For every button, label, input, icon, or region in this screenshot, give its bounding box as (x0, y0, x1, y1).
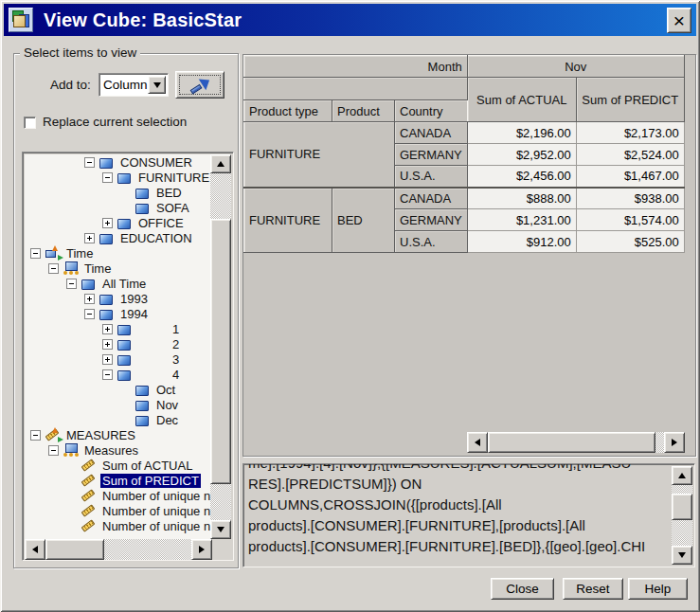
tree-item-4[interactable]: 4 (25, 367, 212, 382)
close-window-button[interactable]: × (667, 8, 691, 33)
member-icon (117, 352, 134, 367)
expand-toggle[interactable] (84, 233, 95, 243)
tree-item-all-time[interactable]: All Time (25, 276, 212, 291)
tree-item-measures[interactable]: MEASURES (25, 427, 212, 442)
collapse-toggle[interactable] (102, 172, 113, 183)
country-cell: U.S.A. (395, 166, 468, 188)
horizontal-scroll-thumb[interactable] (488, 432, 655, 453)
tree-item-3[interactable]: 3 (25, 351, 212, 367)
tree-vertical-scrollbar[interactable] (210, 154, 231, 539)
combobox-value: Column (103, 78, 148, 92)
collapse-toggle[interactable] (30, 248, 41, 259)
expand-toggle[interactable] (102, 218, 113, 228)
table-row: Sum of ACTUALSum of PREDICT (244, 78, 685, 100)
add-to-view-button[interactable] (175, 71, 224, 99)
expand-toggle[interactable] (102, 354, 113, 365)
mdx-query-box[interactable]: me].[1994].[4].[Nov]},{[MEASURES].[ACTUA… (242, 463, 695, 567)
scroll-left-button[interactable] (467, 432, 488, 453)
replace-selection-checkbox[interactable] (24, 117, 36, 129)
add-to-combobox[interactable]: Column (99, 73, 169, 97)
tree-item-label: OFFICE (136, 216, 186, 230)
country-cell: CANADA (395, 188, 468, 209)
actual-value-cell: $888.00 (467, 188, 576, 209)
right-triangle-icon (672, 439, 677, 446)
tree-item-dec[interactable]: Dec (25, 412, 212, 427)
table-horizontal-scrollbar[interactable] (467, 432, 685, 453)
down-triangle-icon (153, 82, 161, 88)
tree-item-nov[interactable]: Nov (25, 397, 212, 412)
tree-item-label: 1994 (118, 307, 150, 321)
tree-item-office[interactable]: OFFICE (25, 215, 212, 230)
table-row: FURNITUREBEDCANADA$888.00$938.00 (244, 188, 685, 209)
titlebar[interactable]: View Cube: BasicStar × (4, 4, 696, 36)
mdx-vertical-scrollbar[interactable] (672, 466, 692, 565)
tree-item-measures[interactable]: Measures (25, 442, 212, 458)
collapse-toggle[interactable] (48, 263, 59, 274)
tree-item-1[interactable]: 1 (25, 321, 212, 336)
help-button[interactable]: Help (628, 578, 688, 600)
member-icon (117, 216, 134, 230)
scroll-down-button[interactable] (210, 520, 231, 539)
scroll-right-button[interactable] (191, 539, 212, 560)
horizontal-scroll-thumb[interactable] (45, 539, 104, 560)
up-triangle-icon (678, 473, 686, 478)
tree-item-furniture[interactable]: FURNITURE (25, 170, 212, 185)
toggle-spacer (66, 460, 77, 471)
tree-item-number-of-unique-n[interactable]: Number of unique n (25, 503, 212, 518)
tree-item-oct[interactable]: Oct (25, 382, 212, 397)
toggle-spacer (120, 400, 131, 410)
row-dimension-header: Country (395, 100, 468, 122)
scroll-up-button[interactable] (672, 466, 692, 485)
vertical-scroll-thumb[interactable] (210, 219, 231, 484)
tree-item-consumer[interactable]: CONSUMER (25, 154, 212, 170)
collapse-toggle[interactable] (48, 445, 59, 456)
tree-item-1993[interactable]: 1993 (25, 291, 212, 306)
collapse-toggle[interactable] (30, 430, 41, 441)
tree-item-time[interactable]: Time (25, 245, 212, 261)
predict-value-cell: $2,173.00 (576, 122, 684, 144)
header-cell (244, 78, 468, 100)
expand-toggle[interactable] (102, 339, 113, 350)
cube-tree: CONSUMERFURNITUREBEDSOFAOFFICEEDUCATIONT… (22, 152, 234, 561)
window-title: View Cube: BasicStar (44, 9, 242, 31)
tree-item-label: SOFA (154, 201, 191, 215)
tree-item-label: 1 (171, 322, 181, 336)
reset-button[interactable]: Reset (563, 578, 623, 600)
tree-horizontal-scrollbar[interactable] (25, 539, 212, 560)
measure-column-header: Sum of ACTUAL (467, 78, 576, 122)
add-to-label: Add to: (50, 78, 91, 92)
tree-item-sum-of-actual[interactable]: Sum of ACTUAL (25, 458, 212, 473)
vertical-scroll-thumb[interactable] (672, 494, 692, 520)
tree-item-time[interactable]: Time (25, 261, 212, 276)
tree-item-education[interactable]: EDUCATION (25, 230, 212, 245)
expand-toggle[interactable] (102, 324, 113, 334)
member-icon (99, 307, 116, 321)
tree-item-sum-of-predict[interactable]: Sum of PREDICT (25, 473, 212, 488)
collapse-toggle[interactable] (84, 157, 95, 168)
tree-item-number-of-unique-n[interactable]: Number of unique n (25, 488, 212, 503)
combobox-dropdown-button[interactable] (148, 76, 166, 94)
actual-value-cell: $2,196.00 (467, 122, 576, 144)
measure-icon (81, 474, 98, 488)
scroll-left-button[interactable] (25, 539, 45, 560)
tree-item-1994[interactable]: 1994 (25, 306, 212, 321)
expand-toggle[interactable] (84, 294, 95, 304)
country-cell: GERMANY (395, 144, 468, 166)
collapse-toggle[interactable] (84, 309, 95, 319)
scroll-up-button[interactable] (210, 154, 231, 173)
scroll-right-button[interactable] (664, 432, 685, 453)
tree-item-2[interactable]: 2 (25, 336, 212, 351)
pivot-table: MonthNovSum of ACTUALSum of PREDICTProdu… (243, 55, 685, 253)
member-icon (99, 155, 116, 170)
tree-item-sofa[interactable]: SOFA (25, 200, 212, 215)
tree-item-bed[interactable]: BED (25, 185, 212, 200)
collapse-toggle[interactable] (66, 279, 77, 289)
scroll-down-button[interactable] (672, 546, 692, 565)
mdx-query-text: me].[1994].[4].[Nov]},{[MEASURES].[ACTUA… (248, 463, 666, 557)
replace-selection-label: Replace current selection (43, 115, 187, 129)
collapse-toggle[interactable] (102, 369, 113, 380)
tree-item-label: All Time (100, 277, 148, 291)
tree-item-number-of-unique-n[interactable]: Number of unique n (25, 518, 212, 533)
close-button[interactable]: Close (491, 578, 554, 600)
dimension-icon (45, 246, 62, 261)
